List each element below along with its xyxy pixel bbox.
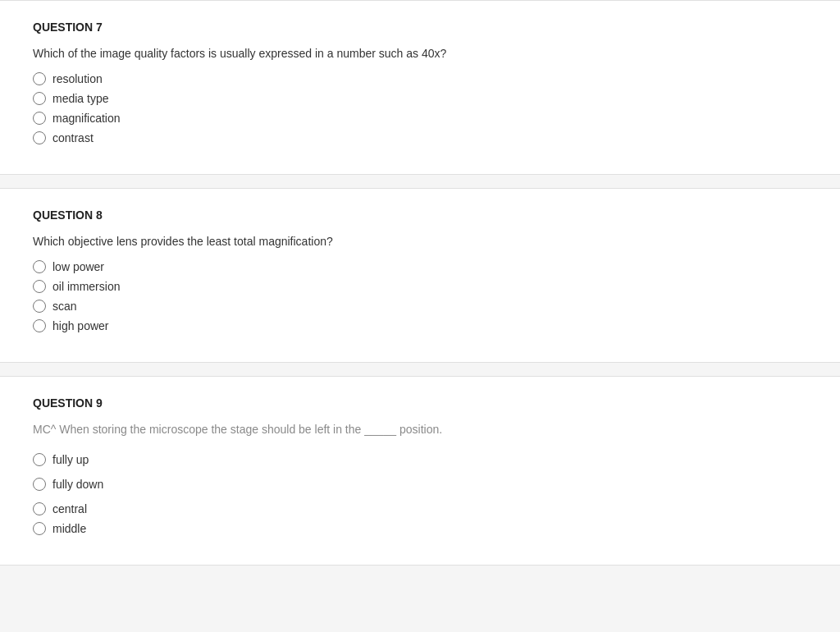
option-label: fully up xyxy=(52,453,89,466)
q7-option-resolution[interactable] xyxy=(33,72,46,85)
list-item: middle xyxy=(33,522,807,535)
q8-option-highpower[interactable] xyxy=(33,319,46,332)
question-8-block: QUESTION 8 Which objective lens provides… xyxy=(0,188,840,363)
list-item: central xyxy=(33,502,807,515)
list-item: magnification xyxy=(33,112,807,125)
option-label: fully down xyxy=(52,478,103,491)
q9-option-fullydown[interactable] xyxy=(33,478,46,491)
option-label: central xyxy=(52,502,87,515)
q9-option-middle[interactable] xyxy=(33,522,46,535)
question-9-block: QUESTION 9 MC^ When storing the microsco… xyxy=(0,376,840,566)
option-label: scan xyxy=(52,300,77,313)
q8-option-scan[interactable] xyxy=(33,300,46,313)
divider-1 xyxy=(0,181,840,188)
question-8-text: Which objective lens provides the least … xyxy=(33,233,807,250)
q9-option-central[interactable] xyxy=(33,502,46,515)
question-7-options: resolution media type magnification cont… xyxy=(33,72,807,144)
list-item: oil immersion xyxy=(33,280,807,293)
list-item: contrast xyxy=(33,131,807,144)
option-label: low power xyxy=(52,260,104,273)
list-item: fully up xyxy=(33,453,807,466)
question-7-block: QUESTION 7 Which of the image quality fa… xyxy=(0,0,840,175)
list-item: fully down xyxy=(33,478,807,491)
list-item: scan xyxy=(33,300,807,313)
q7-option-contrast[interactable] xyxy=(33,131,46,144)
question-9-options: fully up fully down central middle xyxy=(33,453,807,535)
list-item: resolution xyxy=(33,72,807,85)
divider-2 xyxy=(0,369,840,376)
option-label: high power xyxy=(52,319,109,332)
question-9-number: QUESTION 9 xyxy=(33,396,807,410)
q7-option-magnification[interactable] xyxy=(33,112,46,125)
option-label: middle xyxy=(52,522,86,535)
q8-option-oilimmersion[interactable] xyxy=(33,280,46,293)
option-label: oil immersion xyxy=(52,280,120,293)
question-8-number: QUESTION 8 xyxy=(33,208,807,222)
q8-option-lowpower[interactable] xyxy=(33,260,46,273)
question-8-options: low power oil immersion scan high power xyxy=(33,260,807,332)
question-9-text: MC^ When storing the microscope the stag… xyxy=(33,421,807,438)
option-label: magnification xyxy=(52,112,121,125)
q9-option-fullyup[interactable] xyxy=(33,453,46,466)
list-item: media type xyxy=(33,92,807,105)
list-item: low power xyxy=(33,260,807,273)
option-label: media type xyxy=(52,92,108,105)
option-label: resolution xyxy=(52,72,103,85)
list-item: high power xyxy=(33,319,807,332)
page-container: QUESTION 7 Which of the image quality fa… xyxy=(0,0,840,632)
question-7-text: Which of the image quality factors is us… xyxy=(33,45,807,62)
option-label: contrast xyxy=(52,131,94,144)
q7-option-mediatype[interactable] xyxy=(33,92,46,105)
question-7-number: QUESTION 7 xyxy=(33,21,807,34)
